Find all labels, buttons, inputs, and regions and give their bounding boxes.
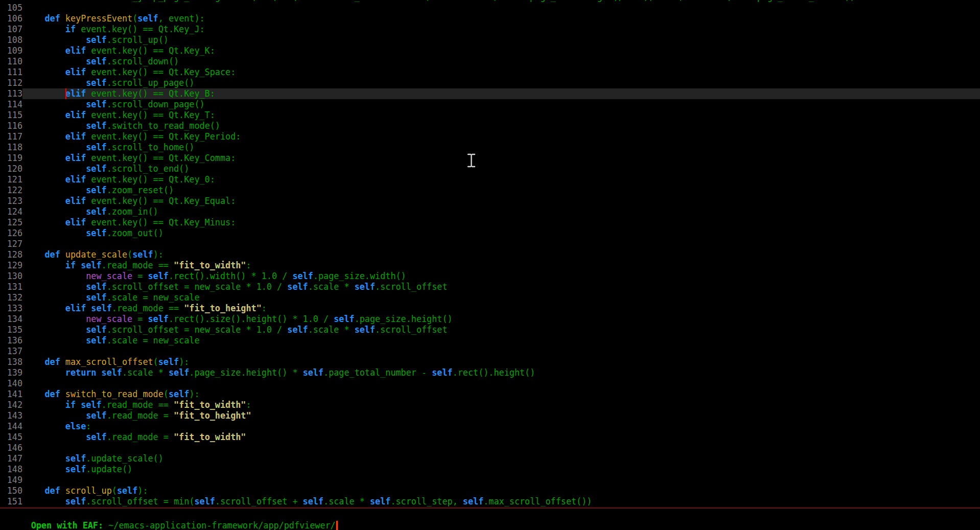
- code-line[interactable]: 134 new_scale = self.rect().size().heigh…: [0, 314, 980, 325]
- code-text: elif event.key() == Qt.Key_B:: [22, 88, 980, 99]
- code-window[interactable]: 104 self.send_jump_page_message.emit(str…: [0, 0, 980, 507]
- line-number: 125: [0, 217, 22, 228]
- line-number: 116: [0, 121, 22, 131]
- code-line[interactable]: 129 if self.read_mode == "fit_to_width":: [0, 260, 980, 271]
- code-line[interactable]: 124 self.zoom_in(): [0, 206, 980, 217]
- code-text: self.scroll_offset = new_scale * 1.0 / s…: [22, 325, 980, 335]
- line-number: 127: [0, 239, 22, 249]
- code-text: self.zoom_in(): [22, 206, 980, 217]
- code-text: self.scroll_down(): [22, 56, 980, 67]
- code-text: [22, 443, 980, 453]
- code-line[interactable]: 116 self.switch_to_read_mode(): [0, 121, 980, 131]
- code-text: self.update(): [22, 464, 980, 475]
- code-text: new_scale = self.rect().width() * 1.0 / …: [22, 271, 980, 282]
- code-text: elif event.key() == Qt.Key_Space:: [22, 67, 980, 78]
- code-line[interactable]: 106 def keyPressEvent(self, event):: [0, 13, 980, 24]
- code-line[interactable]: 145 self.read_mode = "fit_to_width": [0, 432, 980, 443]
- code-line[interactable]: 133 elif self.read_mode == "fit_to_heigh…: [0, 303, 980, 314]
- line-number: 115: [0, 110, 22, 121]
- code-line[interactable]: 135 self.scroll_offset = new_scale * 1.0…: [0, 325, 980, 335]
- code-line[interactable]: 131 self.scroll_offset = new_scale * 1.0…: [0, 282, 980, 292]
- mode-line[interactable]: [0, 507, 980, 509]
- status-tray: (1, 59) Top [2018-06-28] 22:12 Thursday: [891, 520, 978, 530]
- mouse-ibeam-cursor: [466, 153, 476, 168]
- code-text: self.scroll_offset = min(self.scroll_off…: [22, 496, 980, 507]
- code-line[interactable]: 122 self.zoom_reset(): [0, 185, 980, 196]
- code-line[interactable]: 144 else:: [0, 421, 980, 432]
- code-line[interactable]: 109 elif event.key() == Qt.Key_K:: [0, 45, 980, 56]
- code-text: self.zoom_reset(): [22, 185, 980, 196]
- code-text: self.read_mode = "fit_to_width": [22, 432, 980, 443]
- line-number: 143: [0, 410, 22, 421]
- code-line[interactable]: 138 def max_scroll_offset(self):: [0, 357, 980, 367]
- code-line[interactable]: 139 return self.scale * self.page_size.h…: [0, 367, 980, 378]
- line-number: 121: [0, 174, 22, 185]
- code-line[interactable]: 148 self.update(): [0, 464, 980, 475]
- minibuffer-input[interactable]: ~/emacs-application-framework/app/pdfvie…: [108, 520, 336, 530]
- code-text: if self.read_mode == "fit_to_width":: [22, 400, 980, 410]
- code-line[interactable]: 120 self.scroll_to_end(): [0, 164, 980, 174]
- line-number: 141: [0, 389, 22, 400]
- minibuffer[interactable]: Open with EAF: ~/emacs-application-frame…: [0, 510, 338, 520]
- code-line[interactable]: 118 self.scroll_to_home(): [0, 142, 980, 153]
- code-line[interactable]: 142 if self.read_mode == "fit_to_width":: [0, 400, 980, 410]
- line-number: 111: [0, 67, 22, 78]
- line-number: 138: [0, 357, 22, 367]
- code-line[interactable]: 111 elif event.key() == Qt.Key_Space:: [0, 67, 980, 78]
- code-line[interactable]: 149: [0, 475, 980, 486]
- code-line[interactable]: 108 self.scroll_up(): [0, 35, 980, 45]
- code-line[interactable]: 119 elif event.key() == Qt.Key_Comma:: [0, 153, 980, 164]
- code-text: if event.key() == Qt.Key_J:: [22, 24, 980, 35]
- line-number: 118: [0, 142, 22, 153]
- code-line[interactable]: 123 elif event.key() == Qt.Key_Equal:: [0, 196, 980, 206]
- line-number: 148: [0, 464, 22, 475]
- line-number: 144: [0, 421, 22, 432]
- code-line[interactable]: 140: [0, 378, 980, 389]
- code-text: elif event.key() == Qt.Key_T:: [22, 110, 980, 121]
- code-line[interactable]: 130 new_scale = self.rect().width() * 1.…: [0, 271, 980, 282]
- line-number: 126: [0, 228, 22, 239]
- code-line[interactable]: 105: [0, 3, 980, 13]
- code-line[interactable]: 151 self.scroll_offset = min(self.scroll…: [0, 496, 980, 507]
- code-line[interactable]: 107 if event.key() == Qt.Key_J:: [0, 24, 980, 35]
- line-number: 128: [0, 249, 22, 260]
- code-text: elif event.key() == Qt.Key_Minus:: [22, 217, 980, 228]
- line-number: 142: [0, 400, 22, 410]
- code-line[interactable]: 146: [0, 443, 980, 453]
- code-line[interactable]: 112 self.scroll_up_page(): [0, 78, 980, 88]
- code-line[interactable]: 114 self.scroll_down_page(): [0, 99, 980, 110]
- code-text: [22, 378, 980, 389]
- code-line[interactable]: 121 elif event.key() == Qt.Key_0:: [0, 174, 980, 185]
- code-line[interactable]: 113 elif event.key() == Qt.Key_B:: [0, 88, 980, 99]
- line-number: 106: [0, 13, 22, 24]
- code-text: def max_scroll_offset(self):: [22, 357, 980, 367]
- code-line[interactable]: 127: [0, 239, 980, 249]
- code-text: [22, 239, 980, 249]
- minibuffer-cursor: [336, 521, 338, 530]
- code-line[interactable]: 137: [0, 346, 980, 357]
- line-number: 151: [0, 496, 22, 507]
- line-number: 131: [0, 282, 22, 292]
- code-line[interactable]: 150 def scroll_up(self):: [0, 486, 980, 496]
- code-line[interactable]: 128 def update_scale(self):: [0, 249, 980, 260]
- code-line[interactable]: 141 def switch_to_read_mode(self):: [0, 389, 980, 400]
- code-line[interactable]: 110 self.scroll_down(): [0, 56, 980, 67]
- code-line[interactable]: 115 elif event.key() == Qt.Key_T:: [0, 110, 980, 121]
- code-text: self.scroll_down_page(): [22, 99, 980, 110]
- code-text: self.scale = new_scale: [22, 292, 980, 303]
- code-line[interactable]: 147 self.update_scale(): [0, 453, 980, 464]
- code-text: [22, 3, 980, 13]
- code-text: elif event.key() == Qt.Key_0:: [22, 174, 980, 185]
- code-line[interactable]: 117 elif event.key() == Qt.Key_Period:: [0, 131, 980, 142]
- line-number: 150: [0, 486, 22, 496]
- line-number: 149: [0, 475, 22, 486]
- code-line[interactable]: 136 self.scale = new_scale: [0, 335, 980, 346]
- code-text: self.update_scale(): [22, 453, 980, 464]
- code-line[interactable]: 126 self.zoom_out(): [0, 228, 980, 239]
- line-number: 133: [0, 303, 22, 314]
- code-line[interactable]: 125 elif event.key() == Qt.Key_Minus:: [0, 217, 980, 228]
- line-number: 105: [0, 3, 22, 13]
- code-line[interactable]: 143 self.read_mode = "fit_to_height": [0, 410, 980, 421]
- code-line[interactable]: 132 self.scale = new_scale: [0, 292, 980, 303]
- code-text: self.switch_to_read_mode(): [22, 121, 980, 131]
